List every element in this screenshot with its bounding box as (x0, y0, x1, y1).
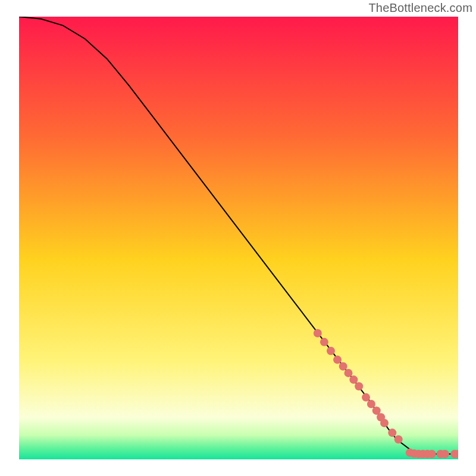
chart-marker (333, 356, 342, 364)
chart-marker (320, 338, 328, 346)
chart-background-gradient (19, 17, 458, 459)
chart-marker (441, 450, 449, 458)
watermark-text: TheBottleneck.com (368, 1, 472, 15)
stage: TheBottleneck.com (0, 0, 476, 476)
chart-marker (362, 393, 370, 402)
chart-plot-area (19, 17, 458, 459)
chart-marker (428, 450, 436, 458)
chart-marker (345, 369, 353, 377)
chart-marker (388, 428, 396, 437)
chart-marker (349, 375, 358, 384)
chart-marker (327, 347, 335, 355)
chart-svg (19, 17, 458, 459)
chart-marker (339, 362, 347, 371)
chart-marker (394, 436, 403, 444)
chart-marker (380, 419, 389, 427)
chart-marker (355, 382, 363, 390)
chart-marker (367, 400, 375, 408)
chart-marker (314, 329, 322, 337)
